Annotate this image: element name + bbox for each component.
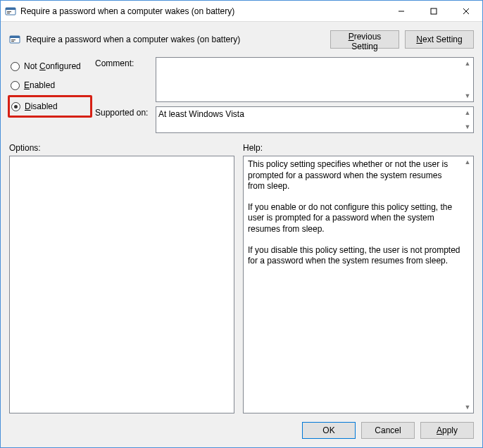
scroll-down-icon[interactable]: ▼ <box>462 121 473 132</box>
radio-enabled[interactable]: Enabled <box>9 79 91 92</box>
help-label: Help: <box>243 143 263 153</box>
radio-icon <box>11 62 20 71</box>
radio-label-not-configured: Not Configured <box>24 61 81 71</box>
ok-button[interactable]: OK <box>302 422 356 439</box>
comment-label: Comment: <box>95 57 150 68</box>
apply-button[interactable]: Apply <box>420 422 474 439</box>
svg-rect-5 <box>431 8 437 14</box>
help-paragraph: If you disable this policy setting, the … <box>248 245 460 267</box>
config-area: Not Configured Enabled Disabled Comment:… <box>1 54 482 133</box>
next-setting-button[interactable]: Next Setting <box>405 30 474 49</box>
cancel-button[interactable]: Cancel <box>361 422 415 439</box>
minimize-button[interactable] <box>385 1 418 21</box>
help-paragraph: This policy setting specifies whether or… <box>248 159 460 192</box>
policy-title: Require a password when a computer wakes… <box>26 35 325 44</box>
titlebar[interactable]: Require a password when a computer wakes… <box>1 1 482 22</box>
radio-label-enabled: Enabled <box>24 80 55 90</box>
panel-labels: Options: Help: <box>1 133 482 156</box>
panels-row: This policy setting specifies whether or… <box>1 156 482 413</box>
previous-setting-button[interactable]: Previous Setting <box>330 30 399 49</box>
svg-rect-3 <box>7 13 10 13</box>
svg-rect-2 <box>7 11 11 12</box>
help-panel: This policy setting specifies whether or… <box>243 156 474 413</box>
radio-icon <box>11 81 20 90</box>
svg-rect-9 <box>10 36 20 38</box>
help-scrollbar[interactable]: ▲ ▼ <box>462 156 473 413</box>
header-row: Require a password when a computer wakes… <box>1 22 482 54</box>
svg-rect-10 <box>11 39 15 40</box>
supported-textbox: At least Windows Vista ▲ ▼ <box>156 106 474 133</box>
scroll-up-icon[interactable]: ▲ <box>462 107 473 118</box>
policy-icon <box>9 34 20 45</box>
policy-editor-window: Require a password when a computer wakes… <box>0 0 483 448</box>
fields-column: Comment: ▲ ▼ Supported on: At least Wind… <box>95 57 474 133</box>
radio-label-disabled: Disabled <box>25 101 58 111</box>
footer-buttons: OK Cancel Apply <box>1 413 482 447</box>
comment-textarea[interactable]: ▲ ▼ <box>156 57 474 102</box>
app-icon <box>5 6 16 17</box>
scroll-down-icon[interactable]: ▼ <box>462 402 473 413</box>
scroll-up-icon[interactable]: ▲ <box>462 58 473 69</box>
radio-icon <box>11 102 20 111</box>
svg-rect-1 <box>6 8 15 10</box>
help-paragraph: If you enable or do not configure this p… <box>248 202 460 235</box>
close-button[interactable] <box>450 1 482 21</box>
supported-value: At least Windows Vista <box>158 109 244 119</box>
radio-not-configured[interactable]: Not Configured <box>9 60 91 73</box>
scroll-up-icon[interactable]: ▲ <box>462 156 473 168</box>
radio-disabled[interactable]: Disabled <box>8 95 92 118</box>
window-title: Require a password when a computer wakes… <box>20 6 385 16</box>
supported-label: Supported on: <box>95 106 150 118</box>
radio-group: Not Configured Enabled Disabled <box>9 57 91 133</box>
options-panel <box>9 156 234 413</box>
scroll-down-icon[interactable]: ▼ <box>462 90 473 101</box>
maximize-button[interactable] <box>418 1 450 21</box>
svg-rect-11 <box>11 41 14 42</box>
options-label: Options: <box>9 143 234 153</box>
